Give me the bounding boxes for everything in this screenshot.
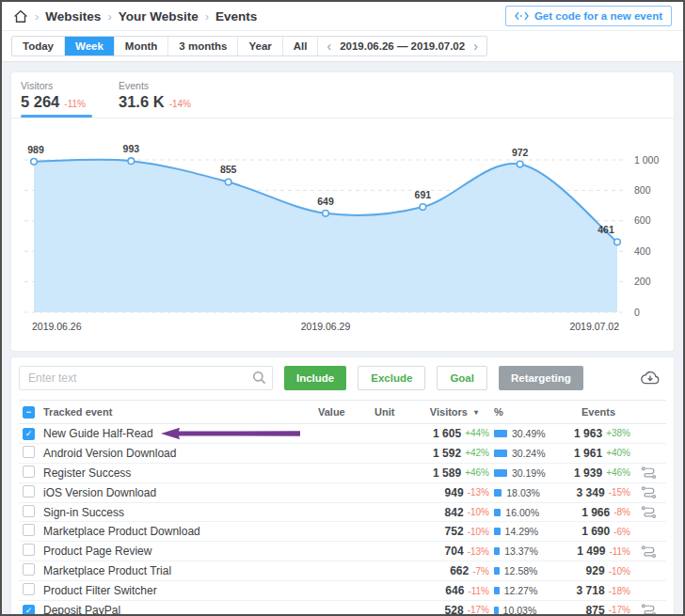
table-row[interactable]: ✓ Deposit PayPal 528-17% 10.03% 875-17% <box>19 601 666 616</box>
include-button[interactable]: Include <box>284 366 346 390</box>
tab-week[interactable]: Week <box>65 37 115 55</box>
events-table-panel: IncludeExcludeGoalRetargeting − Tracked … <box>11 357 674 616</box>
svg-text:200: 200 <box>634 276 651 287</box>
visitors-delta: +44% <box>465 428 489 438</box>
metric-value: 31.6 K <box>119 93 165 111</box>
table-row[interactable]: iOS Version Download 949-13% 18.03% 3 34… <box>19 483 666 503</box>
visitors-value: 704 <box>445 545 464 558</box>
flow-icon[interactable] <box>641 544 657 560</box>
table-row[interactable]: Marketplace Product Trial 662-7% 12.58% … <box>19 561 666 581</box>
event-name: Sign-in Success <box>43 506 124 519</box>
area-chart-svg: 02004006008001 0009899938556496919724612… <box>21 124 679 342</box>
percent-value: 30.49% <box>512 428 546 439</box>
metric-visitors[interactable]: Visitors5 264-11% <box>21 80 92 118</box>
row-checkbox[interactable] <box>23 505 35 517</box>
toolbar: TodayWeekMonth3 monthsYearAll ‹ 2019.06.… <box>2 30 683 62</box>
svg-text:855: 855 <box>220 164 237 175</box>
tab-all[interactable]: All <box>283 37 319 55</box>
date-next-button[interactable]: › <box>473 39 478 53</box>
goal-button[interactable]: Goal <box>437 366 487 390</box>
tab-today[interactable]: Today <box>12 37 65 55</box>
event-name: Deposit PayPal <box>43 604 120 616</box>
table-body: ✓ New Guide Half-Read 1 605+44% 30.49% 1… <box>19 424 666 616</box>
data-point[interactable] <box>420 204 426 211</box>
retargeting-button[interactable]: Retargeting <box>499 366 583 390</box>
visitors-area-chart: 02004006008001 0009899938556496919724612… <box>11 118 674 345</box>
row-checkbox[interactable] <box>23 485 35 498</box>
row-checkbox[interactable] <box>23 446 35 458</box>
flow-icon[interactable] <box>641 602 657 616</box>
metric-delta: -11% <box>64 99 86 109</box>
events-table: − Tracked event Value Unit Visitors▾ % E… <box>19 400 666 616</box>
col-value[interactable]: Value <box>311 406 367 418</box>
row-checkbox[interactable] <box>23 466 35 478</box>
flow-icon[interactable] <box>641 484 657 500</box>
filter-bar: IncludeExcludeGoalRetargeting <box>19 366 666 390</box>
icon-cell <box>630 484 666 500</box>
row-checkbox[interactable]: ✓ <box>23 428 35 440</box>
table-row[interactable]: Register Success 1 589+46% 30.19% 1 939+… <box>19 464 666 483</box>
event-name: Marketplace Product Download <box>43 525 200 538</box>
percent-bar <box>494 547 500 555</box>
row-checkbox[interactable] <box>23 544 35 556</box>
tab-3-months[interactable]: 3 months <box>168 37 238 55</box>
tab-month[interactable]: Month <box>115 37 168 55</box>
tabs-container: TodayWeekMonth3 monthsYearAll <box>12 37 318 55</box>
svg-text:0: 0 <box>634 307 640 318</box>
table-row[interactable]: Android Version Download 1 592+42% 30.24… <box>19 444 666 464</box>
row-checkbox[interactable]: ✓ <box>23 605 35 616</box>
date-prev-button[interactable]: ‹ <box>327 39 331 53</box>
metric-events[interactable]: Events31.6 K-14% <box>119 80 191 118</box>
breadcrumb-item[interactable]: Websites <box>45 9 101 24</box>
row-checkbox[interactable] <box>23 563 35 576</box>
percent-bar <box>494 489 502 497</box>
data-point[interactable] <box>225 179 231 185</box>
data-point[interactable] <box>128 158 135 165</box>
table-row[interactable]: Marketplace Product Download 752-10% 14.… <box>19 522 666 542</box>
percent-bar <box>494 567 500 575</box>
col-tracked-event[interactable]: Tracked event <box>40 406 311 418</box>
visitors-delta: -11% <box>468 586 489 596</box>
table-row[interactable]: Sign-in Success 842-10% 16.00% 1 966-8% <box>19 503 666 523</box>
table-row[interactable]: ✓ New Guide Half-Read 1 605+44% 30.49% 1… <box>19 424 666 444</box>
data-point[interactable] <box>614 239 621 245</box>
events-delta: -8% <box>613 507 630 517</box>
breadcrumb-item[interactable]: Your Website <box>119 9 199 24</box>
exclude-button[interactable]: Exclude <box>358 366 425 390</box>
visitors-value: 1 592 <box>433 447 461 460</box>
row-checkbox[interactable] <box>23 583 35 595</box>
col-percent[interactable]: % <box>489 406 574 418</box>
tab-year[interactable]: Year <box>238 37 282 55</box>
table-row[interactable]: Product Page Review 704-13% 13.37% 1 499… <box>19 542 666 561</box>
date-navigator: ‹ 2019.06.26 — 2019.07.02 › <box>318 37 486 55</box>
data-point[interactable] <box>323 211 329 217</box>
data-point[interactable] <box>517 161 523 167</box>
icon-cell <box>630 602 666 616</box>
select-all-checkbox[interactable]: − <box>23 406 35 419</box>
get-code-label: Get code for a new event <box>534 10 662 22</box>
metric-tabs: Visitors5 264-11%Events31.6 K-14% <box>11 72 674 118</box>
col-events[interactable]: Events <box>574 406 630 418</box>
event-name: Marketplace Product Trial <box>43 564 171 577</box>
flow-icon[interactable] <box>641 504 657 520</box>
metric-value: 5 264 <box>21 93 59 111</box>
search-input[interactable] <box>19 366 273 390</box>
events-value: 3 718 <box>577 584 605 597</box>
events-value: 3 349 <box>577 486 605 499</box>
svg-text:972: 972 <box>512 147 529 158</box>
get-code-button[interactable]: Get code for a new event <box>505 6 672 26</box>
visitors-delta: -10% <box>468 507 489 517</box>
home-icon[interactable] <box>13 9 28 24</box>
svg-text:400: 400 <box>634 245 651 257</box>
percent-bar <box>494 509 501 516</box>
row-checkbox[interactable] <box>23 524 35 536</box>
export-button[interactable] <box>640 371 661 386</box>
col-visitors[interactable]: Visitors▾ <box>423 406 489 418</box>
data-point[interactable] <box>31 158 38 165</box>
percent-value: 12.27% <box>504 585 538 596</box>
table-header: − Tracked event Value Unit Visitors▾ % E… <box>19 400 666 424</box>
table-row[interactable]: Product Filter Switcher 646-11% 12.27% 3… <box>19 581 666 601</box>
svg-text:649: 649 <box>317 196 334 207</box>
flow-icon[interactable] <box>641 465 657 481</box>
col-unit[interactable]: Unit <box>367 406 423 418</box>
